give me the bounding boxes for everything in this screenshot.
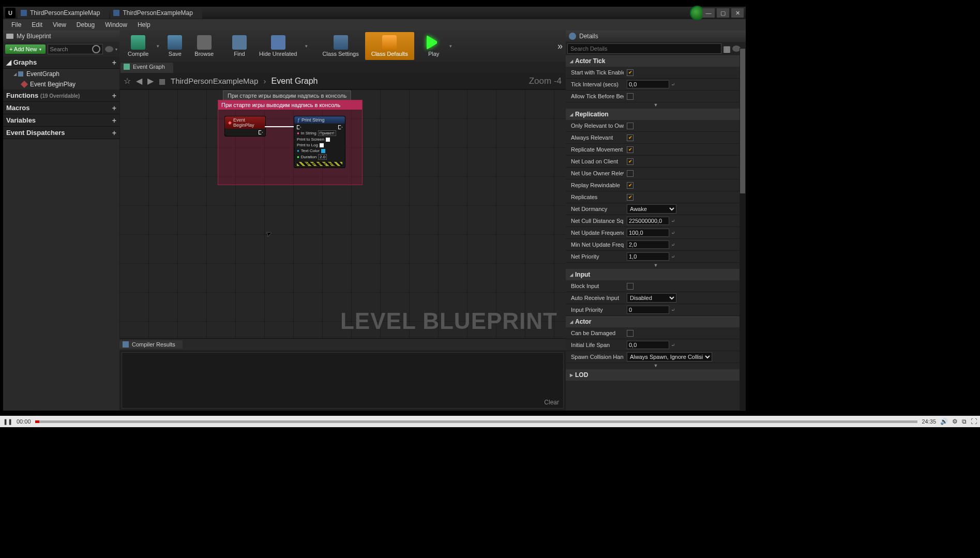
screen-checkbox[interactable]	[326, 138, 330, 142]
menu-window[interactable]: Window	[100, 21, 132, 28]
event-beginplay-node[interactable]: ◆Event BeginPlay	[224, 116, 266, 137]
hide-unrelated-button[interactable]: Hide Unrelated	[253, 32, 303, 60]
my-blueprint-title[interactable]: My Blueprint	[3, 31, 119, 42]
beginplay-item[interactable]: Event BeginPlay	[3, 79, 119, 89]
blueprint-search[interactable]: Search	[48, 44, 103, 54]
functions-section[interactable]: Functions(19 Overridable) +	[3, 89, 119, 102]
menu-help[interactable]: Help	[132, 21, 156, 28]
add-macro-button[interactable]: +	[112, 104, 116, 112]
add-variable-button[interactable]: +	[112, 116, 116, 125]
always-relevant-checkbox[interactable]	[627, 134, 634, 141]
auto-receive-select[interactable]: Disabled	[627, 293, 676, 303]
play-button[interactable]: Play	[420, 32, 447, 60]
volume-icon[interactable]: 🔊	[940, 418, 948, 425]
favorite-icon[interactable]: ☆	[124, 76, 131, 86]
compiler-results-tab[interactable]: Compiler Results	[119, 340, 183, 349]
details-scrollbar[interactable]	[740, 48, 746, 410]
browse-button[interactable]: Browse	[188, 32, 220, 60]
toolbar-overflow-icon[interactable]: »	[557, 41, 563, 52]
event-graph-tab[interactable]: Event Graph	[120, 63, 173, 73]
allow-before-checkbox[interactable]	[627, 93, 634, 100]
exec-out-pin[interactable]	[259, 130, 263, 134]
details-search[interactable]	[567, 43, 721, 54]
pip-icon[interactable]: ⧉	[962, 418, 967, 425]
block-input-checkbox[interactable]	[627, 283, 634, 290]
hide-dropdown[interactable]: ▾	[303, 43, 310, 49]
replication-expand[interactable]: ▼	[566, 263, 746, 269]
play-dropdown[interactable]: ▾	[447, 43, 454, 49]
replay-checkbox[interactable]	[627, 182, 634, 189]
close-button[interactable]: ✕	[731, 8, 744, 18]
only-owner-checkbox[interactable]	[627, 123, 634, 129]
net-load-checkbox[interactable]	[627, 158, 634, 165]
section-actor[interactable]: Actor	[566, 316, 746, 327]
section-lod[interactable]: LOD	[566, 369, 746, 381]
actor-expand[interactable]: ▼	[566, 363, 746, 369]
section-input[interactable]: Input	[566, 269, 746, 280]
add-new-button[interactable]: + Add New	[5, 44, 46, 54]
graph-list-icon[interactable]: ▦	[159, 77, 165, 85]
details-title[interactable]: Details	[566, 31, 746, 42]
clear-results-button[interactable]: Clear	[544, 399, 559, 406]
exec-in-pin[interactable]	[297, 125, 301, 129]
eventgraph-item[interactable]: ◢EventGraph	[3, 69, 119, 79]
dispatchers-section[interactable]: Event Dispatchers +	[3, 127, 119, 139]
compile-button[interactable]: Compile	[122, 32, 155, 60]
variables-section[interactable]: Variables +	[3, 114, 119, 127]
reset-icon[interactable]: ⤾	[671, 82, 675, 87]
menu-view[interactable]: View	[48, 21, 71, 28]
maximize-button[interactable]: ▢	[717, 8, 729, 18]
filter-dropdown-icon[interactable]: ▾	[115, 47, 117, 52]
print-string-node[interactable]: ƒPrint String ●In String Привет! Print t…	[294, 116, 345, 168]
comment-title[interactable]: При старте игры выводим надпись в консол…	[218, 100, 362, 110]
section-replication[interactable]: Replication	[566, 109, 746, 120]
dormancy-select[interactable]: Awake	[627, 204, 676, 214]
comment-box[interactable]: При старте игры выводим надпись в консол…	[218, 100, 363, 185]
minimize-button[interactable]: —	[702, 8, 715, 18]
window-tab-2[interactable]: ThirdPersonExampleMap	[110, 7, 202, 19]
log-checkbox[interactable]	[320, 143, 324, 147]
color-swatch[interactable]	[321, 149, 325, 153]
find-button[interactable]: Find	[226, 32, 253, 60]
settings-icon[interactable]: ⚙	[952, 418, 958, 425]
spawn-collision-select[interactable]: Always Spawn, Ignore Collisions	[627, 352, 712, 361]
add-function-button[interactable]: +	[112, 92, 116, 100]
pause-button[interactable]: ❚❚	[3, 418, 12, 425]
class-settings-button[interactable]: Class Settings	[316, 32, 365, 60]
window-tab-1[interactable]: ThirdPersonExampleMap	[18, 7, 109, 19]
class-defaults-button[interactable]: Class Defaults	[365, 32, 414, 60]
section-actor-tick[interactable]: Actor Tick	[566, 55, 746, 67]
seek-bar[interactable]	[35, 420, 918, 423]
matrix-view-icon[interactable]: ▦	[723, 44, 731, 54]
net-owner-checkbox[interactable]	[627, 170, 634, 177]
add-dispatcher-button[interactable]: +	[112, 129, 116, 137]
actor-tick-expand[interactable]: ▼	[566, 102, 746, 109]
cull-input[interactable]	[627, 217, 669, 225]
compile-dropdown[interactable]: ▾	[155, 43, 161, 49]
menu-file[interactable]: File	[6, 21, 26, 28]
menu-debug[interactable]: Debug	[71, 21, 100, 28]
macros-section[interactable]: Macros +	[3, 102, 119, 114]
priority-input[interactable]	[627, 252, 669, 261]
exec-out-pin-2[interactable]	[338, 125, 342, 129]
tick-interval-input[interactable]	[627, 80, 669, 88]
graphs-section[interactable]: ◢ Graphs +	[3, 56, 119, 69]
nav-back-icon[interactable]: ◀	[136, 76, 142, 86]
min-update-input[interactable]	[627, 240, 669, 249]
rep-movement-checkbox[interactable]	[627, 146, 634, 153]
compiler-output[interactable]: Clear	[122, 352, 564, 409]
visibility-filter-icon[interactable]	[105, 46, 113, 52]
damaged-checkbox[interactable]	[627, 330, 634, 337]
add-graph-button[interactable]: +	[112, 58, 116, 67]
input-priority-input[interactable]	[627, 306, 669, 314]
nav-forward-icon[interactable]: ▶	[147, 76, 154, 86]
fullscreen-icon[interactable]: ⛶	[971, 418, 977, 425]
breadcrumb[interactable]: ThirdPersonExampleMap › Event Graph	[171, 77, 318, 86]
replicates-checkbox[interactable]	[627, 194, 634, 201]
start-tick-checkbox[interactable]	[627, 69, 634, 76]
save-button[interactable]: Save	[161, 32, 188, 60]
scrollbar-thumb[interactable]	[740, 49, 745, 193]
node-graph-canvas[interactable]: При старте игры выводим надпись в консол…	[119, 89, 566, 338]
menu-edit[interactable]: Edit	[26, 21, 48, 28]
update-freq-input[interactable]	[627, 229, 669, 237]
